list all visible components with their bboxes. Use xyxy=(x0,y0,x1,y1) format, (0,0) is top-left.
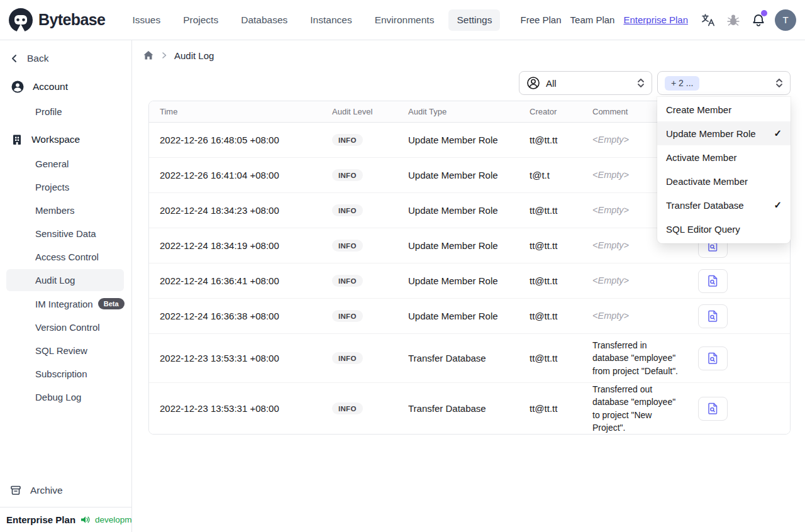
time-cell: 2022-12-26 16:41:04 +08:00 xyxy=(149,170,321,180)
sidebar-item[interactable]: SQL Review xyxy=(6,340,124,362)
action-cell xyxy=(687,397,790,421)
nav-link[interactable]: Instances xyxy=(302,9,360,31)
type-cell: Update Member Role xyxy=(397,311,519,321)
sidebar-group-label: Account xyxy=(33,81,68,92)
audit-type-filter-select[interactable]: + 2 ... xyxy=(657,71,791,95)
plan-link[interactable]: Free Plan xyxy=(521,14,562,25)
home-icon[interactable] xyxy=(143,50,154,61)
audit-level-badge: INFO xyxy=(332,402,363,414)
sidebar-item-label: IM Integration xyxy=(35,299,93,309)
workspace-items: General Projects Members Sensitive Data … xyxy=(0,152,131,409)
sidebar-item[interactable]: Profile xyxy=(6,101,124,123)
bytebase-logo-icon xyxy=(9,8,33,32)
avatar[interactable]: T xyxy=(775,9,796,31)
sidebar-item-label: General xyxy=(35,158,69,169)
level-cell: INFO xyxy=(321,169,397,182)
sidebar-group-label: Workspace xyxy=(31,134,80,145)
audit-type-menu: Create Member Update Member Role Activat… xyxy=(657,97,791,243)
menu-item-label: Deactivate Member xyxy=(666,176,748,187)
plan-link[interactable]: Team Plan xyxy=(570,14,615,25)
audit-type-menu-item[interactable]: Update Member Role xyxy=(657,121,791,145)
comment-cell: <Empty> xyxy=(582,309,687,323)
table-row: 2022-12-23 13:53:31 +08:00 INFO Transfer… xyxy=(149,383,790,434)
audit-type-filter-value: + 2 ... xyxy=(665,76,699,91)
top-nav: Bytebase IssuesProjectsDatabasesInstance… xyxy=(0,0,805,40)
document-search-icon xyxy=(706,352,719,365)
column-header-creator: Creator xyxy=(519,107,582,116)
check-icon xyxy=(774,199,782,211)
nav-link[interactable]: Issues xyxy=(124,9,169,31)
translate-icon[interactable] xyxy=(699,11,717,29)
check-icon xyxy=(774,128,782,139)
nav-link[interactable]: Projects xyxy=(175,9,226,31)
audit-type-menu-item[interactable]: SQL Editor Query xyxy=(657,217,791,241)
nav-link[interactable]: Environments xyxy=(367,9,443,31)
user-circle-icon xyxy=(11,80,25,94)
breadcrumb: Audit Log xyxy=(132,40,805,62)
sidebar-item[interactable]: IM Integration Beta xyxy=(6,292,124,315)
audit-level-badge: INFO xyxy=(332,310,363,322)
audit-type-menu-item[interactable]: Activate Member xyxy=(657,145,791,169)
type-cell: Update Member Role xyxy=(397,170,519,180)
sidebar-footer: Enterprise Plan development xyxy=(0,507,131,532)
level-cell: INFO xyxy=(321,204,397,217)
archive-label: Archive xyxy=(30,485,63,496)
document-search-icon xyxy=(706,309,719,323)
sidebar-item-label: Audit Log xyxy=(35,275,75,285)
time-cell: 2022-12-26 16:48:05 +08:00 xyxy=(149,135,321,145)
creator-cell: tt@tt.tt xyxy=(519,403,582,414)
creator-cell: tt@tt.tt xyxy=(519,275,582,286)
audit-type-menu-item[interactable]: Deactivate Member xyxy=(657,169,791,193)
nav-link[interactable]: Settings xyxy=(448,9,500,31)
back-button[interactable]: Back xyxy=(0,49,131,74)
type-cell: Transfer Database xyxy=(397,353,519,363)
sidebar-item[interactable]: General xyxy=(6,153,124,175)
sidebar-group-workspace: Workspace xyxy=(0,128,131,152)
view-detail-button[interactable] xyxy=(698,346,728,370)
action-cell xyxy=(687,304,790,328)
plan-link[interactable]: Enterprise Plan xyxy=(623,14,688,25)
comment-cell: Transferred in database "employee" from … xyxy=(582,339,687,377)
view-detail-button[interactable] xyxy=(698,269,728,293)
menu-item-label: Update Member Role xyxy=(666,128,756,139)
back-label: Back xyxy=(27,53,48,64)
nav-link[interactable]: Databases xyxy=(233,9,296,31)
action-cell xyxy=(687,346,790,370)
view-detail-button[interactable] xyxy=(698,304,728,328)
audit-level-badge: INFO xyxy=(332,275,363,287)
bytebase-logo[interactable]: Bytebase xyxy=(9,8,105,32)
type-cell: Update Member Role xyxy=(397,240,519,251)
sidebar-item[interactable]: Audit Log xyxy=(6,269,124,291)
bell-icon[interactable] xyxy=(750,11,767,29)
audit-type-menu-item[interactable]: Transfer Database xyxy=(657,193,791,217)
sidebar-item[interactable]: Debug Log xyxy=(6,386,124,408)
time-cell: 2022-12-24 18:34:23 +08:00 xyxy=(149,205,321,216)
person-circle-icon xyxy=(526,76,540,90)
table-row: 2022-12-24 16:36:41 +08:00 INFO Update M… xyxy=(149,263,790,299)
creator-filter-select[interactable]: All xyxy=(519,71,652,95)
account-items: Profile xyxy=(0,99,131,124)
view-detail-button[interactable] xyxy=(698,397,728,421)
type-cell: Update Member Role xyxy=(397,205,519,216)
sidebar-item[interactable]: Members xyxy=(6,199,124,221)
sidebar-item-archive[interactable]: Archive xyxy=(0,478,131,507)
creator-cell: tt@tt.tt xyxy=(519,205,582,216)
sidebar-item-label: SQL Review xyxy=(35,345,87,356)
archive-icon xyxy=(9,484,22,497)
sidebar-item[interactable]: Sensitive Data xyxy=(6,223,124,245)
current-plan-label: Enterprise Plan xyxy=(6,514,75,525)
sidebar-item-label: Access Control xyxy=(35,252,99,262)
time-cell: 2022-12-23 13:53:31 +08:00 xyxy=(149,353,321,363)
sidebar-item[interactable]: Version Control xyxy=(6,316,124,338)
sidebar-item[interactable]: Access Control xyxy=(6,246,124,268)
column-header-time: Time xyxy=(149,107,321,116)
level-cell: INFO xyxy=(321,275,397,287)
bug-icon[interactable] xyxy=(724,11,742,29)
nav-links: IssuesProjectsDatabasesInstancesEnvironm… xyxy=(124,9,500,31)
plan-labels: Free PlanTeam PlanEnterprise Plan xyxy=(521,14,688,25)
sidebar-item[interactable]: Projects xyxy=(6,176,124,198)
sidebar-item[interactable]: Subscription xyxy=(6,363,124,385)
document-search-icon xyxy=(706,274,719,287)
audit-type-menu-item[interactable]: Create Member xyxy=(657,97,791,121)
level-cell: INFO xyxy=(321,240,397,252)
